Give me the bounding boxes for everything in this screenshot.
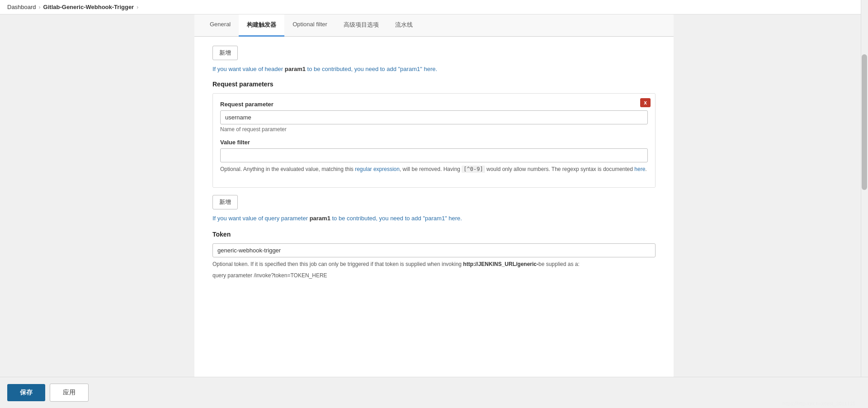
token-title: Token	[212, 231, 656, 238]
request-parameters-title: Request parameters	[212, 81, 656, 88]
save-button[interactable]: 保存	[7, 384, 45, 401]
query-info-text: If you want value of query parameter par…	[212, 215, 656, 222]
request-parameter-input[interactable]	[220, 110, 648, 124]
header-info-text: If you want value of header param1 to be…	[212, 66, 656, 72]
token-query-hint: query parameter /invoke?token=TOKEN_HERE	[212, 271, 656, 280]
token-section: Token Optional token. If it is specified…	[212, 231, 656, 280]
request-parameter-card: x Request parameter Name of request para…	[212, 93, 656, 188]
scrollbar-thumb[interactable]	[862, 54, 867, 190]
add-header-param-button[interactable]: 新增	[212, 46, 238, 60]
tab-pipeline[interactable]: 流水线	[387, 14, 421, 37]
tab-build-trigger[interactable]: 构建触发器	[239, 14, 284, 37]
regular-expression-link[interactable]: regular expression	[355, 166, 400, 172]
tab-general[interactable]: General	[202, 14, 239, 37]
value-filter-label: Value filter	[220, 139, 648, 146]
main-content: General 构建触发器 Optional filter 高级项目选项 流水线…	[194, 14, 674, 403]
add-request-param-button[interactable]: 新增	[212, 195, 238, 209]
tab-advanced[interactable]: 高级项目选项	[335, 14, 387, 37]
token-input[interactable]	[212, 243, 656, 257]
value-filter-field-group: Value filter Optional. Anything in the e…	[220, 139, 648, 174]
value-filter-input[interactable]	[220, 148, 648, 162]
breadcrumb-dashboard[interactable]: Dashboard	[7, 4, 36, 10]
breadcrumb-sep1: ›	[39, 4, 41, 10]
content-area: 新增 If you want value of header param1 to…	[194, 37, 674, 326]
breadcrumb-project: Gitlab-Generic-Webhook-Trigger	[43, 4, 134, 10]
breadcrumb-sep2: ›	[137, 4, 138, 10]
here-link[interactable]: here	[634, 166, 645, 172]
breadcrumb: Dashboard › Gitlab-Generic-Webhook-Trigg…	[0, 0, 868, 14]
tab-optional-filter[interactable]: Optional filter	[284, 14, 335, 37]
value-filter-hint: Optional. Anything in the evaluated valu…	[220, 165, 648, 174]
request-parameter-hint: Name of request parameter	[220, 126, 648, 133]
footer-bar: 保存 应用	[0, 377, 868, 403]
request-parameter-field-group: Request parameter Name of request parame…	[220, 101, 648, 133]
apply-button[interactable]: 应用	[50, 384, 89, 402]
tabs-bar: General 构建触发器 Optional filter 高级项目选项 流水线	[194, 14, 674, 37]
token-hint: Optional token. If it is specified then …	[212, 260, 656, 269]
close-card-button[interactable]: x	[640, 98, 651, 107]
scrollbar[interactable]	[861, 0, 868, 403]
request-parameter-label: Request parameter	[220, 101, 648, 108]
